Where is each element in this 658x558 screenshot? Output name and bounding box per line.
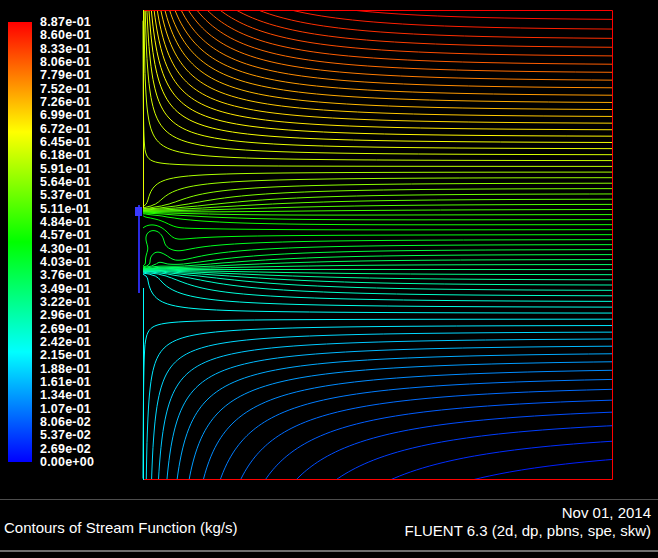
legend-tick-label: 2.69e-01 [40, 322, 91, 336]
contour-plot-canvas [133, 10, 613, 480]
legend-tick-label: 7.52e-01 [40, 82, 91, 96]
legend-tick-label: 3.22e-01 [40, 295, 91, 309]
fluent-graphics-window: 8.87e-018.60e-018.33e-018.06e-017.79e-01… [0, 0, 658, 558]
legend-tick-label: 7.26e-01 [40, 95, 91, 109]
footer-right-block: Nov 01, 2014 FLUENT 6.3 (2d, dp, pbns, s… [405, 504, 652, 540]
legend-tick-label: 6.99e-01 [40, 108, 91, 122]
legend-tick-label: 6.18e-01 [40, 148, 91, 162]
legend-tick-label: 5.37e-02 [40, 428, 91, 442]
legend-tick-label: 3.76e-01 [40, 268, 91, 282]
plot-caption: Contours of Stream Function (kg/s) [4, 519, 237, 536]
legend-tick-label: 8.87e-01 [40, 15, 91, 29]
legend-tick-label: 2.15e-01 [40, 348, 91, 362]
legend-tick-label: 5.91e-01 [40, 162, 91, 176]
legend-tick-label: 4.57e-01 [40, 228, 91, 242]
footer-divider [0, 499, 658, 500]
legend-tick-label: 1.34e-01 [40, 388, 91, 402]
legend-tick-label: 2.96e-01 [40, 308, 91, 322]
legend-tick-label: 5.37e-01 [40, 188, 91, 202]
legend-tick-label: 1.61e-01 [40, 375, 91, 389]
solver-label: FLUENT 6.3 (2d, dp, pbns, spe, skw) [405, 522, 652, 540]
legend-tick-label: 8.60e-01 [40, 28, 91, 42]
legend-tick-label: 2.42e-01 [40, 335, 91, 349]
legend-tick-label: 5.64e-01 [40, 175, 91, 189]
legend-tick-label: 1.88e-01 [40, 362, 91, 376]
legend-tick-label: 6.45e-01 [40, 135, 91, 149]
legend-tick-label: 8.33e-01 [40, 42, 91, 56]
legend-tick-label: 8.06e-02 [40, 415, 91, 429]
legend-tick-label: 3.49e-01 [40, 282, 91, 296]
legend-tick-label: 1.07e-01 [40, 402, 91, 416]
legend-tick-label: 6.72e-01 [40, 122, 91, 136]
legend-tick-label: 4.30e-01 [40, 242, 91, 256]
legend-tick-label: 7.79e-01 [40, 68, 91, 82]
legend-tick-label: 8.06e-01 [40, 55, 91, 69]
legend-tick-label: 4.03e-01 [40, 255, 91, 269]
legend-tick-label: 0.00e+00 [40, 455, 94, 469]
date-label: Nov 01, 2014 [405, 504, 652, 522]
legend-tick-label: 4.84e-01 [40, 215, 91, 229]
legend-tick-label: 5.11e-01 [40, 202, 90, 216]
legend-tick-label: 2.69e-02 [40, 442, 91, 456]
window-bottom-edge [0, 550, 658, 552]
legend-labels: 8.87e-018.60e-018.33e-018.06e-017.79e-01… [0, 0, 130, 558]
